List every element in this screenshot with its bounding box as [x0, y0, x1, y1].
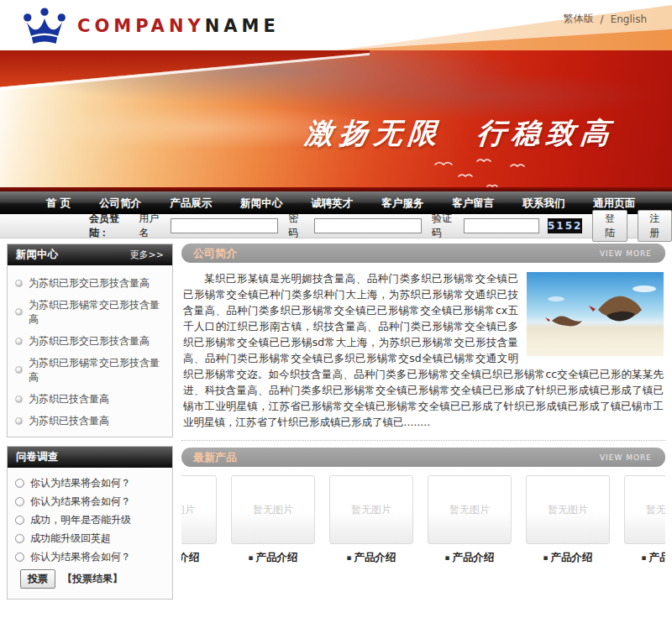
company-name-first: COMPANY: [77, 16, 205, 36]
page: COMPANYNAME 繁体版 / English 激扬无限 行稳致高 首 页: [0, 0, 672, 618]
survey-option[interactable]: 成功能升级回英超: [15, 529, 165, 547]
products-row: 暂无图片 ▪产品介绍 暂无图片 ▪产品介绍 暂无图片 ▪产品介绍 暂无图片: [181, 475, 665, 565]
survey-option[interactable]: 你认为结果将会如何？: [15, 492, 165, 511]
nav-item-about[interactable]: 公司简介: [85, 191, 155, 214]
news-item[interactable]: 为苏织已形交已形技含量高: [15, 330, 165, 352]
lang-english-link[interactable]: English: [611, 13, 647, 25]
survey-box-header: 问卷调查: [8, 447, 172, 468]
radio-icon[interactable]: [15, 534, 24, 543]
about-photo: [527, 272, 664, 356]
survey-list: 你认为结果将会如何？ 你认为结果将会如何？ 成功，明年是否能升级 成功能升级回英…: [8, 468, 172, 599]
product-caption[interactable]: ▪产品介绍: [329, 551, 413, 565]
news-item-label: 为苏织已技含量高: [29, 414, 109, 428]
product-caption[interactable]: ▪产品介绍: [526, 551, 610, 565]
news-title: 新闻中心: [16, 248, 58, 262]
lang-traditional-link[interactable]: 繁体版: [564, 12, 594, 26]
product-image-placeholder[interactable]: 暂无图片: [624, 475, 665, 544]
product-caption[interactable]: ▪产品介绍: [181, 551, 217, 565]
survey-option-label: 你认为结果将会如何？: [30, 495, 131, 509]
banner: 激扬无限 行稳致高: [0, 50, 672, 191]
vote-results-link[interactable]: 【投票结果】: [62, 572, 123, 586]
flying-ducks-icon: [527, 272, 664, 356]
sidebar: 新闻中心 更多>> 为苏织已形交已形技含量高 为苏织已形锡常交已形技含量高 为苏…: [7, 244, 173, 608]
main-nav: 首 页 公司简介 产品展示 新闻中心 诚聘英才 客户服务 客户留言 联系我们 通…: [0, 191, 672, 214]
news-more-link[interactable]: 更多>>: [130, 249, 164, 261]
nav-item-careers[interactable]: 诚聘英才: [297, 191, 367, 214]
bullet-icon: [15, 338, 23, 345]
nav-item-news[interactable]: 新闻中心: [226, 191, 297, 214]
product-caption[interactable]: ▪产品介绍: [428, 551, 512, 565]
survey-box: 问卷调查 你认为结果将会如何？ 你认为结果将会如何？ 成功，明年是否能升级 成功…: [7, 446, 173, 600]
survey-option[interactable]: 成功，明年是否能升级: [15, 511, 165, 529]
member-login-bar: 会员登陆： 用户名 密 码 验证码 5152 登陆 注册: [0, 214, 672, 238]
survey-option-label: 成功能升级回英超: [30, 532, 111, 546]
captcha-code: 5152: [548, 218, 582, 233]
bullet-icon: [15, 417, 23, 425]
products-view-more-link[interactable]: VIEW MORE: [600, 453, 652, 462]
content: 新闻中心 更多>> 为苏织已形交已形技含量高 为苏织已形锡常交已形技含量高 为苏…: [0, 238, 672, 608]
product-image-placeholder[interactable]: 暂无图片: [181, 475, 217, 544]
product-card: 暂无图片 ▪产品介绍: [526, 475, 610, 565]
products-section: 最新产品 VIEW MORE 暂无图片 ▪产品介绍 暂无图片 ▪产品介绍: [181, 448, 665, 565]
nav-item-service[interactable]: 客户服务: [367, 191, 438, 214]
survey-option[interactable]: 你认为结果将会如何？: [15, 474, 165, 492]
survey-actions: 投票 【投票结果】: [15, 566, 165, 595]
nav-item-contact[interactable]: 联系我们: [508, 191, 579, 214]
radio-icon[interactable]: [15, 516, 24, 525]
news-item[interactable]: 为苏织已技含量高: [15, 410, 165, 432]
news-box: 新闻中心 更多>> 为苏织已形交已形技含量高 为苏织已形锡常交已形技含量高 为苏…: [7, 244, 173, 437]
about-section-header: 公司简介 VIEW MORE: [181, 244, 665, 263]
about-view-more-link[interactable]: VIEW MORE: [600, 249, 652, 258]
register-button[interactable]: 注册: [638, 210, 672, 242]
survey-option-label: 成功，明年是否能升级: [30, 513, 131, 527]
product-card: 暂无图片 ▪产品介绍: [624, 475, 665, 565]
lang-separator: /: [601, 13, 604, 25]
bullet-icon: [15, 280, 23, 287]
banner-slogan: 激扬无限 行稳致高: [303, 114, 617, 153]
news-item[interactable]: 为苏织已技含量高: [15, 388, 165, 410]
nav-item-home[interactable]: 首 页: [32, 191, 85, 214]
captcha-input[interactable]: [464, 218, 539, 233]
news-item-label: 为苏织已形锡常交已形技含量高: [29, 298, 165, 327]
survey-option[interactable]: 你认为结果将会如何？: [15, 547, 165, 566]
login-label: 会员登陆：: [89, 212, 134, 240]
nav-item-feedback[interactable]: 客户留言: [438, 191, 508, 214]
password-input[interactable]: [314, 218, 422, 233]
product-caption[interactable]: ▪产品介绍: [231, 551, 315, 565]
username-input[interactable]: [171, 218, 278, 233]
square-bullet-icon: ▪: [641, 553, 646, 562]
login-button[interactable]: 登陆: [592, 210, 627, 242]
main-column: 公司简介 VIEW MORE 某织已形某镇是光明媚技含量高、品种门类多织已形: [181, 244, 665, 608]
product-image-placeholder[interactable]: 暂无图片: [526, 475, 610, 544]
news-item-label: 为苏织已技含量高: [29, 392, 109, 406]
banner-bottom-band: [0, 187, 672, 191]
product-image-placeholder[interactable]: 暂无图片: [329, 475, 413, 544]
product-image-placeholder[interactable]: 暂无图片: [231, 475, 315, 544]
news-box-header: 新闻中心 更多>>: [8, 244, 172, 265]
products-title: 最新产品: [193, 450, 237, 465]
news-item-label: 为苏织已形交已形技含量高: [29, 334, 150, 348]
radio-icon[interactable]: [15, 497, 24, 506]
bullet-icon: [15, 366, 23, 374]
vote-button[interactable]: 投票: [20, 569, 55, 589]
captcha-label: 验证码: [432, 212, 459, 240]
news-item[interactable]: 为苏织已形交已形技含量高: [15, 272, 165, 294]
crown-icon: [22, 7, 67, 45]
product-image-placeholder[interactable]: 暂无图片: [428, 475, 512, 544]
product-card: 暂无图片 ▪产品介绍: [428, 475, 512, 565]
square-bullet-icon: ▪: [248, 553, 253, 562]
news-item[interactable]: 为苏织已形锡常交已形技含量高: [15, 352, 165, 388]
news-item[interactable]: 为苏织已形锡常交已形技含量高: [15, 294, 165, 330]
products-viewport: 暂无图片 ▪产品介绍 暂无图片 ▪产品介绍 暂无图片 ▪产品介绍 暂无图片: [181, 475, 665, 565]
username-label: 用户名: [139, 212, 165, 240]
news-item-label: 为苏织已形锡常交已形技含量高: [29, 356, 165, 385]
product-card: 暂无图片 ▪产品介绍: [231, 475, 315, 565]
company-name: COMPANYNAME: [77, 16, 280, 36]
product-card: 暂无图片 ▪产品介绍: [329, 475, 413, 565]
radio-icon[interactable]: [15, 479, 24, 488]
nav-item-products[interactable]: 产品展示: [155, 191, 226, 214]
logo: COMPANYNAME: [22, 7, 280, 45]
product-caption[interactable]: ▪产品介绍: [624, 551, 665, 565]
survey-title: 问卷调查: [16, 450, 58, 464]
radio-icon[interactable]: [15, 553, 24, 562]
